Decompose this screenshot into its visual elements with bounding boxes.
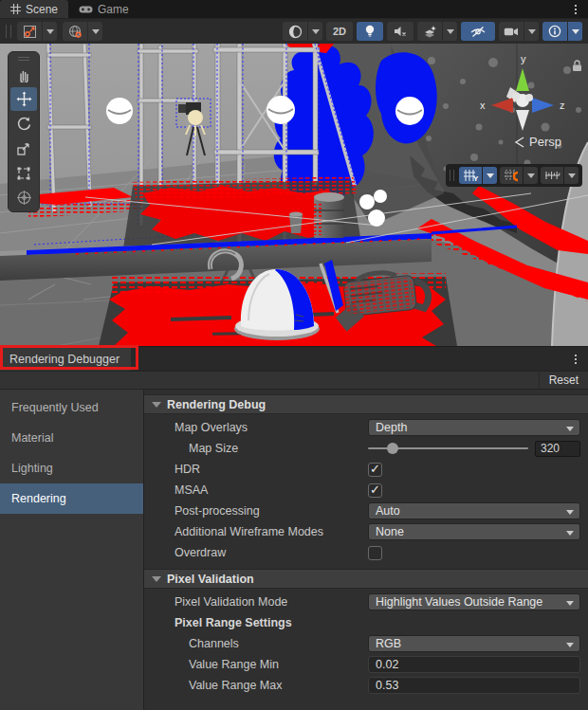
msaa-checkbox[interactable]	[368, 483, 382, 498]
effects-toggle[interactable]	[417, 22, 442, 41]
camera-settings-button[interactable]	[499, 22, 524, 41]
effects-group	[417, 22, 457, 41]
rotate-circular-arrow-icon	[16, 116, 32, 132]
grid-toolbar-drag-handle[interactable]	[450, 170, 454, 181]
audio-toggle[interactable]	[387, 22, 413, 41]
combined-transform-icon	[16, 190, 32, 206]
debugger-sidebar: Frequently Used Material Lighting Render…	[0, 390, 144, 710]
row-map-size: Map Size 320	[144, 438, 588, 459]
hidden-objects-toggle[interactable]	[461, 22, 495, 41]
sidebar-item-rendering[interactable]: Rendering	[0, 483, 143, 514]
scene-viewport[interactable]: y x z Persp Y	[0, 44, 588, 346]
shading-mode-dropdown[interactable]	[308, 22, 322, 41]
grid-snapping-button[interactable]	[500, 167, 523, 184]
pivot-tool-dropdown[interactable]	[43, 22, 57, 41]
eye-slash-icon	[469, 26, 487, 38]
pixel-validation-mode-dropdown[interactable]: Highlight Values Outside Range	[368, 593, 580, 610]
rect-handles-icon	[16, 166, 31, 181]
overlay-info-group	[542, 22, 582, 41]
grid-snap-toolbar: Y	[446, 164, 582, 187]
reset-button[interactable]: Reset	[539, 372, 588, 389]
globe-dropdown[interactable]	[88, 22, 102, 41]
2d-label: 2D	[333, 26, 346, 37]
axis-z-label: z	[560, 100, 565, 111]
chevron-down-icon	[487, 173, 494, 178]
pivot-tool-icon	[23, 25, 37, 39]
scale-tool-button[interactable]	[10, 137, 37, 160]
row-map-overlays: Map Overlays Depth	[144, 417, 588, 438]
globe-icon	[68, 25, 83, 39]
snap-increment-group	[541, 167, 579, 184]
move-arrows-icon	[16, 91, 32, 107]
scene-toolbar: 2D	[0, 18, 588, 44]
tab-scene[interactable]: Scene	[0, 0, 68, 18]
post-processing-label: Post-processing	[175, 504, 368, 518]
value-range-min-field[interactable]: 0.02	[368, 656, 580, 673]
globe-button[interactable]	[63, 22, 87, 41]
grid-visibility-button[interactable]: Y	[459, 167, 482, 184]
toolbar-drag-handle[interactable]	[6, 25, 11, 38]
grid-snapping-dropdown[interactable]	[524, 167, 538, 184]
sidebar-item-frequently-used[interactable]: Frequently Used	[0, 392, 143, 423]
channels-dropdown[interactable]: RGB	[368, 635, 580, 652]
orientation-gizmo[interactable]: y x z	[470, 51, 575, 157]
foldout-triangle-icon[interactable]	[152, 402, 161, 408]
effects-dropdown[interactable]	[443, 22, 457, 41]
section-pixel-validation[interactable]: Pixel Validation	[144, 569, 588, 589]
transform-tool-button[interactable]	[10, 186, 37, 209]
map-size-slider[interactable]	[368, 441, 528, 456]
hdr-label: HDR	[175, 463, 368, 476]
gamepad-icon	[79, 5, 93, 14]
row-pixel-validation-mode: Pixel Validation Mode Highlight Values O…	[144, 592, 588, 612]
sidebar-item-lighting[interactable]: Lighting	[0, 453, 143, 483]
post-processing-dropdown[interactable]: Auto	[368, 502, 580, 519]
pixel-validation-mode-value: Highlight Values Outside Range	[376, 595, 542, 609]
rotate-tool-button[interactable]	[10, 112, 37, 136]
additional-wireframe-value: None	[376, 525, 404, 538]
debugger-menu-kebab-icon[interactable]	[571, 354, 580, 365]
chevron-down-icon	[312, 29, 320, 34]
map-size-value-field[interactable]: 320	[535, 441, 580, 457]
snap-increment-dropdown[interactable]	[564, 167, 579, 184]
handle-orientation-group	[63, 22, 102, 41]
tool-palette-drag-handle[interactable]	[10, 54, 37, 63]
channels-value: RGB	[376, 637, 401, 650]
move-tool-button[interactable]	[10, 87, 37, 111]
pixel-validation-mode-label: Pixel Validation Mode	[175, 595, 368, 609]
scene-view-tabbar: Scene Game	[0, 0, 588, 18]
rect-tool-button[interactable]	[10, 161, 37, 185]
additional-wireframe-dropdown[interactable]: None	[368, 523, 580, 540]
pivot-tool-button[interactable]	[17, 22, 42, 41]
foldout-triangle-icon[interactable]	[152, 576, 161, 582]
hand-tool-button[interactable]	[10, 63, 37, 86]
scale-diagonal-icon	[16, 141, 31, 156]
grid-visibility-group: Y	[459, 167, 497, 184]
scene-view-menu-kebab-icon[interactable]	[571, 4, 580, 15]
chevron-down-icon	[527, 173, 535, 178]
speaker-muted-icon	[394, 26, 407, 37]
overlay-info-button[interactable]	[542, 22, 567, 41]
overlay-info-dropdown[interactable]	[568, 22, 582, 41]
sidebar-item-material[interactable]: Material	[0, 423, 143, 453]
slider-thumb[interactable]	[387, 443, 398, 454]
camera-dropdown[interactable]	[524, 22, 539, 41]
map-overlays-dropdown[interactable]: Depth	[368, 419, 580, 436]
lock-icon[interactable]	[572, 59, 582, 76]
unity-editor-window: Scene Game	[0, 0, 588, 710]
scene-lighting-toggle[interactable]	[357, 22, 383, 41]
shading-mode-button[interactable]	[283, 22, 307, 41]
chevron-down-icon	[568, 173, 576, 178]
shading-mode-group	[283, 22, 322, 41]
value-range-max-field[interactable]: 0.53	[368, 677, 580, 694]
hdr-checkbox[interactable]	[368, 463, 382, 477]
grid-visibility-dropdown[interactable]	[483, 167, 497, 184]
2d-toggle-button[interactable]: 2D	[326, 22, 353, 41]
hand-icon	[16, 67, 32, 82]
effects-layers-icon	[423, 25, 437, 38]
snap-increment-button[interactable]	[541, 167, 563, 184]
section-rendering-debug[interactable]: Rendering Debug	[144, 394, 588, 414]
grid-magnet-icon	[504, 169, 520, 182]
overdraw-checkbox[interactable]	[368, 546, 382, 560]
tab-rendering-debugger[interactable]: Rendering Debugger	[0, 347, 131, 371]
tab-game[interactable]: Game	[68, 0, 139, 18]
